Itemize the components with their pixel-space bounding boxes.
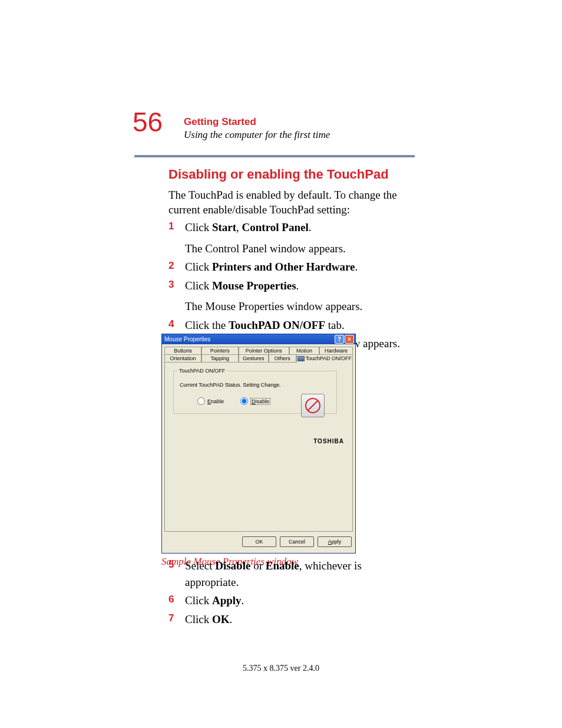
step-number: 4 xyxy=(168,317,178,334)
figure: Mouse Properties ? × Buttons Pointers Po… xyxy=(161,334,355,568)
tab-motion[interactable]: Motion xyxy=(289,347,319,354)
running-header: Getting Started Using the computer for t… xyxy=(184,116,330,141)
touchpad-tab-icon xyxy=(297,356,305,361)
disable-radio[interactable]: Disable xyxy=(240,397,270,405)
step-number: 2 xyxy=(168,259,178,275)
step-text: Click the TouchPAD ON/OFF tab. xyxy=(185,317,345,334)
touchpad-disabled-icon xyxy=(301,394,325,417)
dialog-title: Mouse Properties xyxy=(164,336,210,342)
step-subtext: The Control Panel window appears. xyxy=(185,241,346,257)
step-text: Click Mouse Properties. The Mouse Proper… xyxy=(185,278,362,315)
step-list-a: 1 Click Start, Control Panel. The Contro… xyxy=(168,217,415,352)
section-title-small: Using the computer for the first time xyxy=(184,129,330,141)
tab-pointers[interactable]: Pointers xyxy=(201,347,239,354)
mouse-properties-dialog: Mouse Properties ? × Buttons Pointers Po… xyxy=(161,334,356,554)
status-label: Current TouchPAD Status. Setting Change. xyxy=(180,382,330,388)
intro-paragraph: The TouchPad is enabled by default. To c… xyxy=(168,187,414,217)
step-item: 6 Click Apply. xyxy=(168,592,415,609)
step-number: 1 xyxy=(168,219,178,256)
help-button[interactable]: ? xyxy=(335,335,344,344)
footer-text: 5.375 x 8.375 ver 2.4.0 xyxy=(0,664,562,673)
tab-touchpad-onoff[interactable]: TouchPAD ON/OFF xyxy=(296,354,353,363)
step-item: 7 Click OK. xyxy=(168,611,415,628)
ok-button[interactable]: OK xyxy=(242,536,276,547)
step-number: 6 xyxy=(168,592,178,609)
step-number: 3 xyxy=(168,278,178,315)
close-button[interactable]: × xyxy=(345,335,354,344)
brand-label: TOSHIBA xyxy=(313,438,344,444)
step-text: Click Apply. xyxy=(185,592,244,609)
dialog-button-row: OK Cancel Apply xyxy=(162,532,355,553)
enable-radio-input[interactable] xyxy=(197,397,205,405)
step-item: 2 Click Printers and Other Hardware. xyxy=(168,259,415,275)
step-item: 3 Click Mouse Properties. The Mouse Prop… xyxy=(168,278,415,315)
step-text: Click Printers and Other Hardware. xyxy=(185,259,358,275)
touchpad-fieldset: TouchPAD ON/OFF Current TouchPAD Status.… xyxy=(173,371,337,414)
step-item: 4 Click the TouchPAD ON/OFF tab. xyxy=(168,317,415,334)
fieldset-legend: TouchPAD ON/OFF xyxy=(177,368,227,374)
step-text: Click OK. xyxy=(185,611,232,628)
tab-hardware[interactable]: Hardware xyxy=(319,347,353,354)
step-number: 7 xyxy=(168,611,178,628)
tab-row-1: Buttons Pointers Pointer Options Motion … xyxy=(164,347,353,354)
page-number: 56 xyxy=(133,108,163,136)
step-subtext: The Mouse Properties window appears. xyxy=(185,298,362,315)
apply-button[interactable]: Apply xyxy=(318,536,352,547)
disable-radio-input[interactable] xyxy=(240,397,248,405)
step-list-b: 5 Select Disable or Enable, whichever is… xyxy=(168,555,415,627)
tab-pointer-options[interactable]: Pointer Options xyxy=(239,347,289,354)
enable-radio[interactable]: Enable xyxy=(197,397,224,405)
tab-gestures[interactable]: Gestures xyxy=(239,354,269,363)
tab-buttons[interactable]: Buttons xyxy=(164,347,201,354)
tab-row-2: Orientation Tapping Gestures Others Touc… xyxy=(164,354,353,363)
step-text: Click Start, Control Panel. The Control … xyxy=(185,219,346,256)
step-item: 1 Click Start, Control Panel. The Contro… xyxy=(168,219,415,256)
chapter-title: Getting Started xyxy=(184,116,330,128)
tab-others[interactable]: Others xyxy=(269,354,296,363)
dialog-titlebar[interactable]: Mouse Properties ? × xyxy=(162,334,355,344)
tab-orientation[interactable]: Orientation xyxy=(164,354,201,363)
horizontal-rule xyxy=(134,155,415,157)
step-text: Select Disable or Enable, whichever is a… xyxy=(185,558,415,590)
tab-panel: TouchPAD ON/OFF Current TouchPAD Status.… xyxy=(164,362,353,532)
tab-tapping[interactable]: Tapping xyxy=(201,354,239,363)
section-heading: Disabling or enabling the TouchPad xyxy=(168,167,389,182)
step-item: 5 Select Disable or Enable, whichever is… xyxy=(168,558,415,590)
cancel-button[interactable]: Cancel xyxy=(280,536,314,547)
step-number: 5 xyxy=(168,558,178,590)
